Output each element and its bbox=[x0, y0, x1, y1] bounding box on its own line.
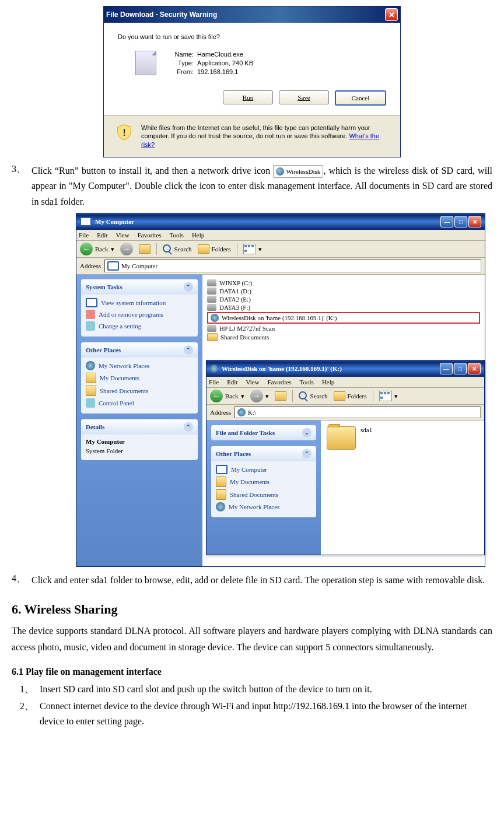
maximize-icon[interactable]: □ bbox=[454, 216, 467, 227]
drive-item[interactable]: DATA1 (D:) bbox=[207, 288, 480, 295]
name-label: Name: bbox=[164, 51, 194, 58]
hdd-icon bbox=[207, 288, 216, 295]
sidebar-item[interactable]: Change a setting bbox=[86, 321, 193, 331]
dialog-question: Do you want to run or save this file? bbox=[118, 33, 386, 40]
step-3: 3、 Click “Run” button to install it, and… bbox=[12, 163, 492, 209]
menu-view[interactable]: View bbox=[116, 232, 129, 239]
nested-menubar: File Edit View Favorites Tools Help bbox=[206, 377, 484, 388]
scanner-icon bbox=[207, 325, 216, 332]
views-icon bbox=[243, 244, 256, 254]
up-button[interactable] bbox=[139, 244, 150, 254]
file-icon bbox=[135, 51, 156, 75]
address-field[interactable]: My Computer bbox=[104, 260, 481, 272]
sidebar-item[interactable]: My Computer bbox=[216, 465, 312, 474]
search-button[interactable]: Search bbox=[299, 391, 328, 401]
forward-button[interactable]: → bbox=[120, 243, 133, 255]
folders-button[interactable]: Folders bbox=[198, 244, 231, 254]
save-button[interactable]: Save bbox=[279, 90, 329, 104]
chevron-down-icon[interactable]: ⌄ bbox=[302, 428, 312, 437]
menu-help[interactable]: Help bbox=[192, 232, 204, 239]
up-button[interactable] bbox=[275, 391, 286, 401]
network-icon bbox=[216, 502, 225, 511]
menu-file[interactable]: File bbox=[209, 379, 219, 386]
maximize-icon[interactable]: □ bbox=[454, 363, 467, 374]
hdd-icon bbox=[207, 279, 216, 286]
folders-icon bbox=[198, 244, 209, 254]
nested-titlebar: WirelessDisk on 'hame (192.168.169.1)' (… bbox=[206, 360, 484, 377]
menu-edit[interactable]: Edit bbox=[227, 379, 237, 386]
sidebar-item[interactable]: My Network Places bbox=[216, 502, 312, 511]
explorer-titlebar: My Computer — □ ✕ bbox=[76, 213, 485, 230]
sidebar-item[interactable]: My Documents bbox=[216, 476, 312, 487]
menu-favorites[interactable]: Favorites bbox=[268, 379, 292, 386]
views-button[interactable]: ▾ bbox=[243, 244, 262, 254]
folder-up-icon bbox=[275, 391, 286, 401]
type-value: Application, 240 KB bbox=[197, 59, 253, 66]
explorer-toolbar: ←Back ▾ → Search Folders ▾ bbox=[76, 241, 485, 258]
wirelessdisk-drive[interactable]: WirelessDisk on 'hame (192.168.169.1)' (… bbox=[207, 312, 480, 324]
menu-file[interactable]: File bbox=[79, 232, 89, 239]
sidebar-item[interactable]: My Documents bbox=[86, 373, 193, 383]
drive-item[interactable]: DATA3 (F:) bbox=[207, 304, 480, 311]
panel-details: Details⌃ My Computer System Folder bbox=[81, 419, 198, 460]
network-drive-icon bbox=[210, 365, 218, 373]
folder-icon bbox=[216, 476, 226, 487]
menu-help[interactable]: Help bbox=[322, 379, 334, 386]
svg-text:!: ! bbox=[123, 127, 126, 138]
chevron-up-icon[interactable]: ⌃ bbox=[184, 422, 193, 432]
nested-address-bar: Address K:\ bbox=[206, 405, 484, 420]
views-button[interactable]: ▾ bbox=[379, 391, 398, 401]
menu-edit[interactable]: Edit bbox=[97, 232, 107, 239]
wirelessdisk-inline-icon: WirelessDisk bbox=[273, 165, 323, 178]
chevron-up-icon[interactable]: ⌃ bbox=[184, 282, 193, 292]
drive-item[interactable]: HP LJ M2727nf Scan bbox=[207, 325, 480, 332]
address-label: Address bbox=[80, 262, 101, 269]
folders-button[interactable]: Folders bbox=[334, 391, 367, 401]
panel-system-tasks: System Tasks⌃ View system information Ad… bbox=[81, 279, 198, 337]
back-button[interactable]: ←Back ▾ bbox=[210, 390, 244, 402]
back-icon: ← bbox=[210, 390, 223, 402]
minimize-icon[interactable]: — bbox=[440, 363, 453, 374]
minimize-icon[interactable]: — bbox=[440, 216, 453, 227]
step-4: 4、 Click and enter sda1 folder to browse… bbox=[12, 573, 492, 588]
sidebar-item[interactable]: Add or remove programs bbox=[86, 310, 193, 319]
drive-item[interactable]: DATA2 (E:) bbox=[207, 296, 480, 303]
sidebar-item[interactable]: My Network Places bbox=[86, 361, 193, 370]
panel-file-folder-tasks: File and Folder Tasks⌄ bbox=[211, 425, 316, 440]
folder-icon bbox=[86, 373, 96, 383]
sidebar-item[interactable]: Shared Documents bbox=[86, 386, 193, 396]
network-icon bbox=[86, 361, 95, 370]
folders-icon bbox=[334, 391, 345, 401]
run-button[interactable]: Run bbox=[223, 90, 273, 104]
sidebar-item[interactable]: Shared Documents bbox=[216, 489, 312, 500]
search-button[interactable]: Search bbox=[163, 244, 192, 254]
control-panel-icon bbox=[86, 398, 95, 408]
close-icon[interactable]: ✕ bbox=[468, 216, 481, 227]
explorer-content: WINXP (C:) DATA1 (D:) DATA2 (E:) DATA3 (… bbox=[202, 275, 485, 566]
button-row: Run Save Cancel bbox=[118, 90, 386, 106]
menu-favorites[interactable]: Favorites bbox=[138, 232, 162, 239]
nested-content: sda1 bbox=[321, 420, 484, 555]
drive-item[interactable]: Shared Documents bbox=[207, 333, 480, 341]
drive-item[interactable]: WINXP (C:) bbox=[207, 279, 480, 286]
info-icon bbox=[86, 298, 97, 307]
cancel-button[interactable]: Cancel bbox=[335, 90, 386, 106]
my-computer-icon bbox=[216, 465, 228, 474]
dialog-title: File Download - Security Warning bbox=[106, 10, 385, 19]
explorer-menubar: File Edit View Favorites Tools Help bbox=[76, 230, 485, 241]
chevron-up-icon[interactable]: ⌃ bbox=[184, 345, 193, 355]
forward-button[interactable]: → ▾ bbox=[250, 390, 269, 402]
sidebar-item[interactable]: View system information bbox=[86, 298, 193, 307]
close-icon[interactable]: ✕ bbox=[468, 363, 481, 374]
back-button[interactable]: ←Back ▾ bbox=[80, 243, 114, 255]
folder-icon bbox=[207, 333, 218, 341]
close-icon[interactable]: ✕ bbox=[385, 8, 398, 21]
sda1-folder[interactable] bbox=[327, 426, 356, 450]
menu-tools[interactable]: Tools bbox=[170, 232, 184, 239]
forward-icon: → bbox=[250, 390, 263, 402]
chevron-up-icon[interactable]: ⌃ bbox=[302, 449, 312, 458]
menu-tools[interactable]: Tools bbox=[300, 379, 314, 386]
sidebar-item[interactable]: Control Panel bbox=[86, 398, 193, 408]
menu-view[interactable]: View bbox=[246, 379, 259, 386]
nested-address-field[interactable]: K:\ bbox=[235, 407, 481, 418]
